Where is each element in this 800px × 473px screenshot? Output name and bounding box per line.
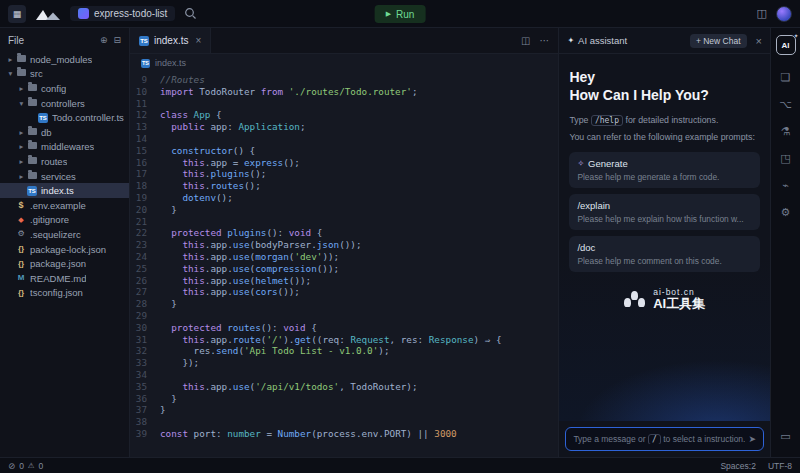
- ide-window: ▦ express-todo-list ▶ Run ◫: [0, 0, 800, 473]
- git-branch-icon[interactable]: ⌥: [774, 92, 798, 116]
- file-item-db[interactable]: ▸db: [0, 125, 129, 140]
- chat-input[interactable]: Type a message or / to select a instruct…: [565, 427, 764, 451]
- beaker-icon[interactable]: ⚗: [774, 119, 798, 143]
- line-content: import TodoRouter from './routes/Todo.ro…: [160, 86, 418, 98]
- database-icon[interactable]: ◳: [774, 146, 798, 170]
- run-button[interactable]: ▶ Run: [375, 5, 426, 23]
- new-file-icon[interactable]: ⊕: [100, 35, 108, 45]
- line-content: public app: Application;: [160, 121, 306, 133]
- status-bar: ⊘ 0 ⚠ 0 Spaces:2 UTF-8: [0, 457, 800, 473]
- project-tab[interactable]: express-todo-list: [70, 6, 175, 21]
- line-number: 17: [130, 168, 160, 180]
- code-line-21: 21: [130, 216, 558, 228]
- project-name: express-todo-list: [94, 8, 167, 19]
- json-file-icon: {}: [15, 289, 27, 297]
- code-editor[interactable]: 9//Routes10import TodoRouter from './rou…: [130, 72, 558, 457]
- line-number: 33: [130, 357, 160, 369]
- new-chat-button[interactable]: + New Chat: [690, 34, 747, 48]
- line-content: dotenv();: [160, 192, 233, 204]
- file-item-node_modules[interactable]: ▸node_modules: [0, 52, 129, 67]
- breadcrumb-file: index.ts: [155, 58, 186, 68]
- docs-icon[interactable]: ❏: [774, 65, 798, 89]
- plug-icon[interactable]: ⌁: [774, 173, 798, 197]
- file-name: package.json: [30, 258, 86, 269]
- file-name: tsconfig.json: [30, 287, 83, 298]
- search-icon[interactable]: [184, 7, 197, 20]
- line-number: 38: [130, 416, 160, 428]
- file-item-.gitignore[interactable]: ◆.gitignore: [0, 213, 129, 228]
- line-content: res.send('Api Todo List - v1.0.0');: [160, 345, 390, 357]
- folder-icon: [15, 69, 27, 78]
- line-number: 26: [130, 275, 160, 287]
- avatar[interactable]: [776, 6, 792, 22]
- warnings-count: 0: [39, 461, 44, 471]
- file-item-src[interactable]: ▾src: [0, 67, 129, 82]
- file-item-.env.example[interactable]: $.env.example: [0, 198, 129, 213]
- app-menu-button[interactable]: ▦: [8, 5, 26, 23]
- chevron-icon: ▸: [17, 157, 26, 166]
- warnings-icon[interactable]: ⚠: [28, 461, 35, 470]
- prompt-description: Please help me generate a form code.: [577, 172, 752, 182]
- file-item-services[interactable]: ▸services: [0, 169, 129, 184]
- preview-monitor-icon[interactable]: ▭: [774, 424, 798, 448]
- tab-index-ts[interactable]: TS index.ts ×: [130, 28, 211, 53]
- code-line-23: 23 this.app.use(bodyParser.json());: [130, 239, 558, 251]
- more-actions-icon[interactable]: ⋯: [539, 35, 549, 46]
- code-line-10: 10import TodoRouter from './routes/Todo.…: [130, 86, 558, 98]
- breadcrumb[interactable]: TS index.ts: [130, 54, 558, 72]
- close-tab-icon[interactable]: ×: [195, 35, 201, 46]
- file-item-routes[interactable]: ▸routes: [0, 154, 129, 169]
- code-line-30: 30 protected routes(): void {: [130, 322, 558, 334]
- file-name: src: [30, 68, 43, 79]
- file-item-.sequelizerc[interactable]: ⚙.sequelizerc: [0, 227, 129, 242]
- file-item-middlewares[interactable]: ▸middlewares: [0, 140, 129, 155]
- file-item-config[interactable]: ▸config: [0, 81, 129, 96]
- tab-label: index.ts: [154, 35, 188, 46]
- indentation-indicator[interactable]: Spaces:2: [720, 461, 755, 471]
- prompt-card-doc[interactable]: /docPlease help me comment on this code.: [569, 236, 760, 272]
- line-number: 19: [130, 192, 160, 204]
- line-number: 25: [130, 263, 160, 275]
- code-line-11: 11: [130, 98, 558, 110]
- settings-icon[interactable]: ⚙: [774, 200, 798, 224]
- code-line-37: 37}: [130, 404, 558, 416]
- line-number: 15: [130, 145, 160, 157]
- file-item-package-lock.json[interactable]: {}package-lock.json: [0, 242, 129, 257]
- greeting-line1: Hey: [569, 68, 760, 86]
- file-item-Todo.controller.ts[interactable]: TSTodo.controller.ts: [0, 110, 129, 125]
- prompt-card-explain[interactable]: /explainPlease help me explain how this …: [569, 194, 760, 230]
- ai-assistant-icon[interactable]: AI: [776, 35, 796, 55]
- prompt-card-Generate[interactable]: ✧GeneratePlease help me generate a form …: [569, 152, 760, 188]
- split-editor-icon[interactable]: ◫: [521, 35, 530, 46]
- file-item-index.ts[interactable]: TSindex.ts: [0, 183, 129, 198]
- line-content: protected routes(): void {: [160, 322, 317, 334]
- file-item-README.md[interactable]: MREADME.md: [0, 271, 129, 286]
- file-item-controllers[interactable]: ▾controllers: [0, 96, 129, 111]
- ts-file-icon: TS: [141, 59, 150, 68]
- line-number: 31: [130, 334, 160, 346]
- collapse-all-icon[interactable]: ⊟: [113, 35, 121, 45]
- line-content: this.app.use(morgan('dev'));: [160, 251, 339, 263]
- code-line-34: 34: [130, 369, 558, 381]
- file-item-package.json[interactable]: {}package.json: [0, 256, 129, 271]
- code-line-29: 29: [130, 310, 558, 322]
- line-content: protected plugins(): void {: [160, 227, 322, 239]
- file-name: services: [41, 171, 76, 182]
- help-command-chip[interactable]: /help: [591, 115, 623, 126]
- line-number: 28: [130, 298, 160, 310]
- send-icon[interactable]: ➤: [748, 434, 756, 444]
- chevron-icon: ▸: [17, 142, 26, 151]
- layout-toggle-icon[interactable]: ◫: [757, 8, 767, 19]
- file-item-tsconfig.json[interactable]: {}tsconfig.json: [0, 286, 129, 301]
- line-number: 30: [130, 322, 160, 334]
- watermark: ai-bot.cn AI工具集: [569, 288, 760, 312]
- watermark-name: AI工具集: [653, 297, 705, 311]
- close-panel-icon[interactable]: ×: [756, 35, 762, 47]
- line-content: this.app.use(compression());: [160, 263, 339, 275]
- encoding-indicator[interactable]: UTF-8: [768, 461, 792, 471]
- errors-icon[interactable]: ⊘: [8, 461, 15, 471]
- errors-count: 0: [19, 461, 24, 471]
- code-line-27: 27 this.app.use(cors());: [130, 286, 558, 298]
- file-name: routes: [41, 156, 67, 167]
- code-line-32: 32 res.send('Api Todo List - v1.0.0');: [130, 345, 558, 357]
